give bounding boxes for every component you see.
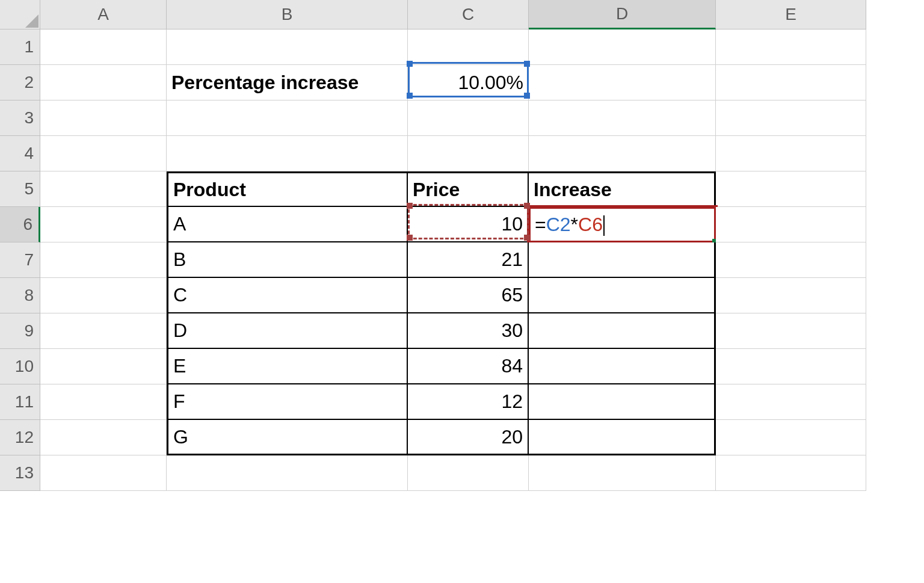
cell-d2[interactable] [529, 65, 716, 100]
cell-e4[interactable] [716, 136, 866, 171]
cell-c11[interactable]: 12 [408, 384, 529, 420]
row-header-9[interactable]: 9 [0, 313, 40, 349]
row-12: 12 G 20 [0, 420, 866, 455]
cell-e12[interactable] [716, 420, 866, 455]
cell-d4[interactable] [529, 136, 716, 171]
cell-c5[interactable]: Price [408, 171, 529, 207]
cell-b4[interactable] [167, 136, 408, 171]
cell-d10[interactable] [529, 349, 716, 384]
spreadsheet-viewport[interactable]: A B C D E 1 2 Percentage increase 10.00%… [0, 0, 924, 491]
cell-c8[interactable]: 65 [408, 278, 529, 313]
cell-d12[interactable] [529, 420, 716, 455]
row-3: 3 [0, 100, 866, 136]
cell-b9[interactable]: D [167, 313, 408, 349]
cell-a2[interactable] [40, 65, 167, 100]
cell-c1[interactable] [408, 29, 529, 65]
row-header-8[interactable]: 8 [0, 278, 40, 313]
cell-b7[interactable]: B [167, 242, 408, 278]
worksheet-grid[interactable]: A B C D E 1 2 Percentage increase 10.00%… [0, 0, 866, 491]
cell-e11[interactable] [716, 384, 866, 420]
cell-c6[interactable]: 10 [408, 207, 529, 242]
row-header-3[interactable]: 3 [0, 100, 40, 136]
col-header-a[interactable]: A [40, 0, 167, 29]
cell-d9[interactable] [529, 313, 716, 349]
column-header-row: A B C D E [0, 0, 866, 29]
row-9: 9 D 30 [0, 313, 866, 349]
cell-e13[interactable] [716, 455, 866, 491]
col-header-e[interactable]: E [716, 0, 866, 29]
cell-e10[interactable] [716, 349, 866, 384]
row-5: 5 Product Price Increase [0, 171, 866, 207]
cell-e9[interactable] [716, 313, 866, 349]
cell-b3[interactable] [167, 100, 408, 136]
cell-d6[interactable]: =C2*C6 [529, 207, 716, 242]
row-header-11[interactable]: 11 [0, 384, 40, 420]
row-header-7[interactable]: 7 [0, 242, 40, 278]
cell-d13[interactable] [529, 455, 716, 491]
cell-b12[interactable]: G [167, 420, 408, 455]
cell-c2[interactable]: 10.00% [408, 65, 529, 100]
cell-a9[interactable] [40, 313, 167, 349]
cell-a13[interactable] [40, 455, 167, 491]
cell-b5[interactable]: Product [167, 171, 408, 207]
cell-c10[interactable]: 84 [408, 349, 529, 384]
cell-e7[interactable] [716, 242, 866, 278]
cell-c7[interactable]: 21 [408, 242, 529, 278]
cell-a6[interactable] [40, 207, 167, 242]
row-header-10[interactable]: 10 [0, 349, 40, 384]
text-cursor [603, 215, 605, 236]
formula-ref-c2: C2 [546, 214, 571, 235]
cell-d5[interactable]: Increase [529, 171, 716, 207]
row-7: 7 B 21 [0, 242, 866, 278]
cell-a7[interactable] [40, 242, 167, 278]
cell-a3[interactable] [40, 100, 167, 136]
cell-e8[interactable] [716, 278, 866, 313]
cell-e3[interactable] [716, 100, 866, 136]
row-header-1[interactable]: 1 [0, 29, 40, 65]
cell-b2[interactable]: Percentage increase [167, 65, 408, 100]
formula-op: * [571, 214, 578, 235]
row-header-13[interactable]: 13 [0, 455, 40, 491]
cell-b11[interactable]: F [167, 384, 408, 420]
row-header-4[interactable]: 4 [0, 136, 40, 171]
cell-a10[interactable] [40, 349, 167, 384]
cell-a4[interactable] [40, 136, 167, 171]
cell-d3[interactable] [529, 100, 716, 136]
col-header-d[interactable]: D [529, 0, 716, 29]
cell-a1[interactable] [40, 29, 167, 65]
cell-b1[interactable] [167, 29, 408, 65]
cell-a12[interactable] [40, 420, 167, 455]
cell-b6[interactable]: A [167, 207, 408, 242]
select-all-triangle-icon [25, 14, 38, 28]
row-header-12[interactable]: 12 [0, 420, 40, 455]
col-header-b[interactable]: B [167, 0, 408, 29]
cell-d7[interactable] [529, 242, 716, 278]
col-header-c[interactable]: C [408, 0, 529, 29]
cell-c3[interactable] [408, 100, 529, 136]
cell-d8[interactable] [529, 278, 716, 313]
select-all-corner[interactable] [0, 0, 40, 29]
row-10: 10 E 84 [0, 349, 866, 384]
cell-c13[interactable] [408, 455, 529, 491]
cell-e6[interactable] [716, 207, 866, 242]
cell-b10[interactable]: E [167, 349, 408, 384]
row-header-6[interactable]: 6 [0, 207, 40, 242]
cell-e5[interactable] [716, 171, 866, 207]
cell-e1[interactable] [716, 29, 866, 65]
row-header-5[interactable]: 5 [0, 171, 40, 207]
cell-b13[interactable] [167, 455, 408, 491]
cell-b8[interactable]: C [167, 278, 408, 313]
cell-c12[interactable]: 20 [408, 420, 529, 455]
cell-c9[interactable]: 30 [408, 313, 529, 349]
cell-a8[interactable] [40, 278, 167, 313]
cell-a5[interactable] [40, 171, 167, 207]
cell-d1[interactable] [529, 29, 716, 65]
cell-a11[interactable] [40, 384, 167, 420]
cell-c4[interactable] [408, 136, 529, 171]
row-header-2[interactable]: 2 [0, 65, 40, 100]
formula-equals: = [535, 214, 546, 235]
cell-e2[interactable] [716, 65, 866, 100]
cell-d11[interactable] [529, 384, 716, 420]
formula-ref-c6: C6 [578, 214, 603, 235]
row-8: 8 C 65 [0, 278, 866, 313]
